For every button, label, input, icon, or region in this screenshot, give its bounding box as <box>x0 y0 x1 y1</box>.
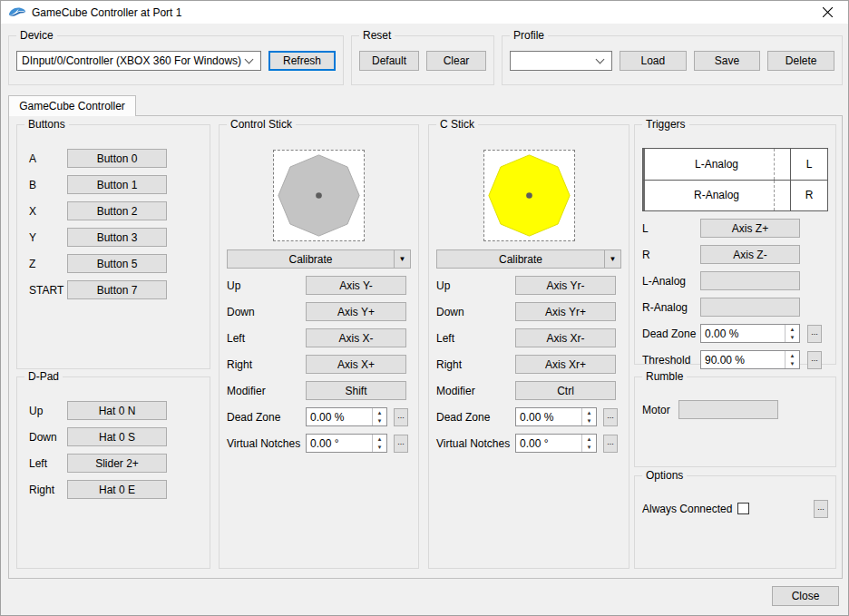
dropdown-arrow-icon: ▼ <box>394 250 410 268</box>
button-z-mapping-button[interactable]: Button 5 <box>67 254 167 273</box>
default-button[interactable]: Default <box>359 51 419 71</box>
trigger-threshold-row: Threshold 90.00 % ▲▼ ... <box>642 350 828 369</box>
control-stick-left-label: Left <box>227 332 306 345</box>
rumble-motor-mapping-button[interactable] <box>678 400 778 419</box>
spin-down-icon[interactable]: ▼ <box>582 417 596 426</box>
dpad-left-mapping-button[interactable]: Slider 2+ <box>67 454 167 473</box>
trigger-r-label: R <box>642 249 700 261</box>
button-b-mapping-button[interactable]: Button 1 <box>67 175 167 194</box>
c-stick-right-mapping-button[interactable]: Axis Xr+ <box>515 355 616 374</box>
dpad-row-up: Up Hat 0 N <box>29 401 199 420</box>
spin-up-icon[interactable]: ▲ <box>786 325 799 334</box>
button-a-mapping-button[interactable]: Button 0 <box>67 149 167 168</box>
spin-up-icon[interactable]: ▲ <box>786 351 799 360</box>
gamecube-controller-dialog: GameCube Controller at Port 1 Device DIn… <box>0 0 849 616</box>
control-stick-dead-zone-advanced-button[interactable]: ... <box>394 408 408 426</box>
l-analog-bar-label: L-Analog <box>695 158 738 171</box>
c-stick-left-mapping-button[interactable]: Axis Xr- <box>515 328 616 347</box>
control-stick-left-mapping-button[interactable]: Axis X- <box>306 328 406 347</box>
c-stick-down-mapping-button[interactable]: Axis Yr+ <box>515 302 616 321</box>
trigger-threshold-advanced-button[interactable]: ... <box>807 351 822 369</box>
c-stick-up-mapping-button[interactable]: Axis Yr- <box>515 276 616 295</box>
rumble-group-label: Rumble <box>642 370 687 384</box>
trigger-threshold-spinbox[interactable]: 90.00 % ▲▼ <box>700 350 800 369</box>
c-stick-dead-zone-advanced-button[interactable]: ... <box>603 408 618 426</box>
chevron-down-icon <box>596 55 605 64</box>
dpad-right-mapping-button[interactable]: Hat 0 E <box>67 480 167 499</box>
trigger-r-mapping-button[interactable]: Axis Z- <box>700 245 800 264</box>
profile-delete-button[interactable]: Delete <box>767 51 834 71</box>
spinner-arrows: ▲▼ <box>581 408 596 425</box>
spin-up-icon[interactable]: ▲ <box>582 435 596 444</box>
c-stick-virtual-notches-row: Virtual Notches 0.00 ° ▲▼ ... <box>436 434 621 453</box>
control-stick-modifier-mapping-button[interactable]: Shift <box>306 381 406 400</box>
device-select-value: DInput/0/Controller (XBOX 360 For Window… <box>17 54 246 67</box>
control-stick-virtual-notches-advanced-button[interactable]: ... <box>394 435 408 453</box>
control-stick-down-mapping-button[interactable]: Axis Y+ <box>306 302 406 321</box>
l-trigger-bar-row: L-Analog L <box>643 149 827 180</box>
trigger-dead-zone-advanced-button[interactable]: ... <box>807 325 822 343</box>
profile-select[interactable] <box>510 51 612 71</box>
button-start-label: START <box>29 284 67 297</box>
trigger-dead-zone-spinbox[interactable]: 0.00 % ▲▼ <box>700 324 800 343</box>
device-group-label: Device <box>16 29 57 43</box>
dpad-down-mapping-button[interactable]: Hat 0 S <box>67 427 167 446</box>
device-select[interactable]: DInput/0/Controller (XBOX 360 For Window… <box>16 51 261 71</box>
refresh-button[interactable]: Refresh <box>268 51 336 71</box>
spin-down-icon[interactable]: ▼ <box>373 417 386 426</box>
triggers-group-label: Triggers <box>642 118 689 132</box>
control-stick-up-mapping-button[interactable]: Axis Y- <box>306 276 406 295</box>
trigger-l-mapping-button[interactable]: Axis Z+ <box>700 219 800 238</box>
tab-gamecube-controller[interactable]: GameCube Controller <box>8 95 136 116</box>
close-button[interactable]: Close <box>772 586 839 606</box>
control-stick-row-down: Down Axis Y+ <box>227 302 411 321</box>
dpad-row-right: Right Hat 0 E <box>29 480 199 499</box>
trigger-r-analog-mapping-button[interactable] <box>700 298 800 317</box>
spin-down-icon[interactable]: ▼ <box>786 334 799 343</box>
trigger-l-analog-mapping-button[interactable] <box>700 271 800 290</box>
always-connected-checkbox[interactable] <box>737 503 749 514</box>
button-z-label: Z <box>29 258 67 270</box>
spin-down-icon[interactable]: ▼ <box>786 360 799 369</box>
dpad-up-mapping-button[interactable]: Hat 0 N <box>67 401 167 420</box>
reset-group-label: Reset <box>359 29 395 43</box>
control-stick-dead-zone-spinbox[interactable]: 0.00 % ▲▼ <box>306 407 387 426</box>
spin-down-icon[interactable]: ▼ <box>582 444 596 453</box>
c-stick-dead-zone-row: Dead Zone 0.00 % ▲▼ ... <box>436 407 621 426</box>
spin-up-icon[interactable]: ▲ <box>373 408 386 417</box>
control-stick-virtual-notches-spinbox[interactable]: 0.00 ° ▲▼ <box>306 434 387 453</box>
always-connected-label: Always Connected <box>642 503 732 515</box>
spin-down-icon[interactable]: ▼ <box>373 444 386 453</box>
button-y-mapping-button[interactable]: Button 3 <box>67 228 167 247</box>
spin-up-icon[interactable]: ▲ <box>373 435 386 444</box>
button-x-mapping-button[interactable]: Button 2 <box>67 201 167 220</box>
window-close-button[interactable] <box>814 1 841 24</box>
profile-save-button[interactable]: Save <box>694 51 761 71</box>
control-stick-right-mapping-button[interactable]: Axis X+ <box>306 355 406 374</box>
dpad-row-left: Left Slider 2+ <box>29 454 199 473</box>
control-stick-virtual-notches-row: Virtual Notches 0.00 ° ▲▼ ... <box>227 434 411 453</box>
c-stick-calibrate-button[interactable]: Calibrate ▼ <box>436 249 621 269</box>
dpad-down-label: Down <box>29 431 67 444</box>
dead-zone-label: Dead Zone <box>642 328 700 340</box>
c-stick-modifier-mapping-button[interactable]: Ctrl <box>515 381 616 400</box>
l-digital-indicator: L <box>791 149 827 180</box>
c-stick-modifier-label: Modifier <box>436 385 515 397</box>
button-b-label: B <box>29 179 67 191</box>
c-stick-dead-zone-spinbox[interactable]: 0.00 % ▲▼ <box>515 407 597 426</box>
always-connected-advanced-button[interactable]: ... <box>814 500 828 518</box>
clear-button[interactable]: Clear <box>426 51 486 71</box>
profile-load-button[interactable]: Load <box>620 51 687 71</box>
options-group-label: Options <box>642 469 687 483</box>
profile-group: Profile Load Save Delete <box>502 35 843 85</box>
control-stick-gate-canvas <box>273 150 365 241</box>
button-start-mapping-button[interactable]: Button 7 <box>67 280 167 299</box>
c-stick-virtual-notches-spinbox[interactable]: 0.00 ° ▲▼ <box>515 434 597 453</box>
spin-up-icon[interactable]: ▲ <box>582 408 596 417</box>
buttons-group: Buttons A Button 0 B Button 1 X Button 2… <box>16 124 210 369</box>
c-stick-row-down: Down Axis Yr+ <box>436 302 621 321</box>
c-stick-virtual-notches-advanced-button[interactable]: ... <box>603 435 618 453</box>
control-stick-dead-zone-row: Dead Zone 0.00 % ▲▼ ... <box>227 407 411 426</box>
control-stick-calibrate-button[interactable]: Calibrate ▼ <box>227 249 411 269</box>
options-group: Options Always Connected ... <box>634 475 836 569</box>
